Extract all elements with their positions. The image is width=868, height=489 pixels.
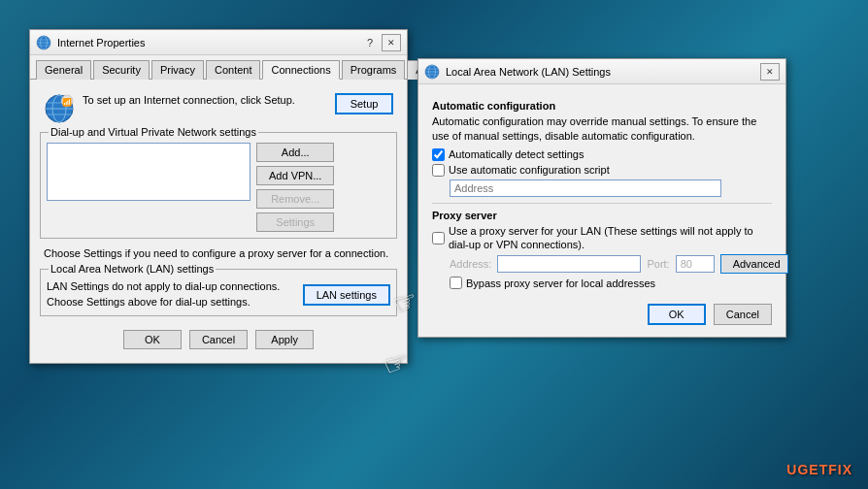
lan-settings-content: Automatic configuration Automatic config… (418, 84, 785, 337)
dialog-icon (36, 35, 51, 50)
auto-script-row: Use automatic configuration script (432, 164, 772, 177)
tab-connections[interactable]: Connections (262, 60, 339, 80)
auto-detect-label: Automatically detect settings (449, 148, 584, 160)
tab-content[interactable]: Content (206, 60, 261, 80)
proxy-addr-port-row: Address: Port: Advanced (450, 254, 772, 274)
bypass-row: Bypass proxy server for local addresses (450, 277, 772, 289)
proxy-use-row: Use a proxy server for your LAN (These s… (432, 224, 772, 252)
close-button[interactable]: ✕ (382, 34, 401, 51)
tab-security[interactable]: Security (93, 60, 150, 80)
setup-row: 📶 To set up an Internet connection, clic… (40, 93, 397, 124)
proxy-separator (432, 203, 772, 204)
lan-note: LAN Settings do not apply to dial-up con… (47, 279, 303, 310)
add-vpn-button[interactable]: Add VPN... (256, 166, 334, 185)
title-bar-buttons: ? ✕ (360, 34, 401, 51)
watermark-suffix: FIX (828, 462, 852, 477)
proxy-server-label: Proxy server (432, 210, 772, 221)
proxy-note: Choose Settings if you need to configure… (40, 244, 397, 263)
dialup-content: Add... Add VPN... Remove... Settings (47, 143, 390, 232)
lan-settings-dialog: Local Area Network (LAN) Settings ✕ Auto… (417, 58, 786, 338)
internet-properties-titlebar: Internet Properties ? ✕ (30, 30, 407, 55)
use-proxy-label: Use a proxy server for your LAN (These s… (449, 224, 772, 252)
proxy-port-input[interactable] (676, 255, 715, 273)
dialup-group: Dial-up and Virtual Private Network sett… (40, 132, 397, 239)
lan-bottom-buttons: OK Cancel (432, 292, 772, 327)
help-button[interactable]: ? (360, 34, 380, 51)
advanced-button[interactable]: Advanced (720, 254, 788, 274)
add-button[interactable]: Add... (256, 143, 334, 162)
tab-programs[interactable]: Programs (342, 60, 406, 80)
tab-privacy[interactable]: Privacy (151, 60, 204, 80)
lan-group: Local Area Network (LAN) settings LAN Se… (40, 269, 397, 316)
lan-settings-title: Local Area Network (LAN) Settings (446, 66, 611, 78)
internet-properties-content: 📶 To set up an Internet connection, clic… (30, 80, 407, 363)
proxy-address-input[interactable] (497, 255, 641, 273)
ip-cancel-button[interactable]: Cancel (189, 330, 248, 349)
lan-ok-button[interactable]: OK (648, 304, 706, 325)
dialup-listbox[interactable] (47, 143, 250, 201)
auto-config-desc: Automatic configuration may override man… (432, 114, 772, 145)
lan-settings-titlebar: Local Area Network (LAN) Settings ✕ (418, 59, 785, 84)
watermark: UGETFIX (786, 462, 852, 477)
remove-button[interactable]: Remove... (256, 189, 334, 209)
lan-close-button[interactable]: ✕ (760, 63, 780, 81)
ip-ok-button[interactable]: OK (123, 330, 182, 349)
setup-globe-icon: 📶 (44, 93, 75, 124)
bypass-label: Bypass proxy server for local addresses (466, 277, 655, 289)
auto-detect-row: Automatically detect settings (432, 148, 772, 161)
settings-button[interactable]: Settings (256, 212, 334, 232)
watermark-highlight: ET (809, 462, 828, 477)
watermark-prefix: UG (786, 462, 809, 477)
use-proxy-checkbox[interactable] (432, 232, 445, 244)
lan-title-bar-buttons: ✕ (760, 63, 780, 81)
svg-text:📶: 📶 (62, 97, 72, 107)
auto-address-row (450, 179, 772, 197)
lan-dialog-icon (424, 64, 440, 80)
dialup-group-label: Dial-up and Virtual Private Network sett… (49, 126, 258, 138)
setup-text: To set up an Internet connection, click … (83, 93, 327, 108)
internet-properties-dialog: Internet Properties ? ✕ General Security… (29, 29, 408, 364)
internet-properties-title: Internet Properties (57, 37, 146, 49)
auto-script-checkbox[interactable] (432, 164, 445, 177)
proxy-address-label: Address: (450, 258, 491, 270)
lan-settings-button[interactable]: LAN settings (303, 284, 390, 306)
bypass-checkbox[interactable] (450, 277, 462, 289)
auto-script-label: Use automatic configuration script (449, 164, 610, 176)
auto-address-input[interactable] (450, 179, 721, 197)
dialup-buttons: Add... Add VPN... Remove... Settings (256, 143, 334, 232)
ip-apply-button[interactable]: Apply (255, 330, 314, 349)
lan-row: LAN Settings do not apply to dial-up con… (47, 279, 390, 310)
proxy-port-label: Port: (647, 258, 669, 270)
internet-properties-bottom-buttons: OK Cancel Apply (40, 322, 397, 355)
tab-general[interactable]: General (36, 60, 91, 80)
lan-group-label: Local Area Network (LAN) settings (49, 263, 216, 275)
tab-bar: General Security Privacy Content Connect… (30, 55, 407, 80)
auto-detect-checkbox[interactable] (432, 148, 445, 161)
lan-cancel-button[interactable]: Cancel (714, 304, 772, 325)
setup-button[interactable]: Setup (335, 93, 393, 114)
auto-config-label: Automatic configuration (432, 100, 772, 112)
